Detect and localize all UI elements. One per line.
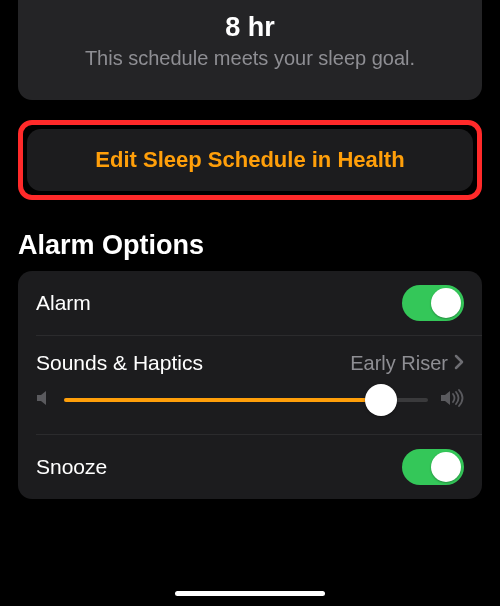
- toggle-knob: [431, 288, 461, 318]
- alarm-options-title: Alarm Options: [18, 230, 482, 261]
- alarm-options-group: Alarm Sounds & Haptics Early Riser: [18, 271, 482, 499]
- sounds-haptics-label: Sounds & Haptics: [36, 351, 203, 375]
- sleep-duration: 8 hr: [36, 12, 464, 43]
- toggle-knob: [431, 452, 461, 482]
- sounds-haptics-value-wrap: Early Riser: [350, 350, 464, 376]
- volume-slider[interactable]: [64, 384, 428, 416]
- slider-fill: [64, 398, 381, 402]
- sleep-goal-status: This schedule meets your sleep goal.: [36, 47, 464, 70]
- volume-low-icon: [36, 389, 52, 411]
- snooze-toggle[interactable]: [402, 449, 464, 485]
- slider-thumb[interactable]: [365, 384, 397, 416]
- alarm-row[interactable]: Alarm: [18, 271, 482, 335]
- volume-slider-row: [18, 380, 482, 434]
- snooze-label: Snooze: [36, 455, 107, 479]
- edit-sleep-schedule-button[interactable]: Edit Sleep Schedule in Health: [95, 147, 404, 173]
- sounds-haptics-value: Early Riser: [350, 352, 448, 375]
- volume-high-icon: [440, 389, 464, 411]
- alarm-toggle[interactable]: [402, 285, 464, 321]
- snooze-row[interactable]: Snooze: [18, 435, 482, 499]
- home-indicator[interactable]: [175, 591, 325, 596]
- chevron-right-icon: [454, 350, 464, 376]
- sounds-haptics-row[interactable]: Sounds & Haptics Early Riser: [18, 336, 482, 380]
- highlight-edit-schedule: Edit Sleep Schedule in Health: [18, 120, 482, 200]
- edit-schedule-cell[interactable]: Edit Sleep Schedule in Health: [27, 129, 473, 191]
- sleep-schedule-summary: 8 hr This schedule meets your sleep goal…: [18, 0, 482, 100]
- alarm-label: Alarm: [36, 291, 91, 315]
- slider-track: [64, 398, 428, 402]
